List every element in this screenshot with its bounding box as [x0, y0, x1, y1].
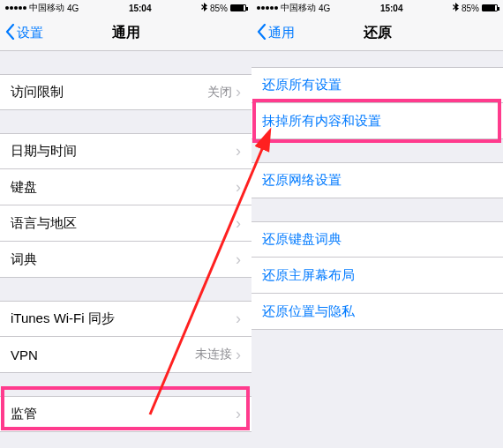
- back-button[interactable]: 通用: [252, 24, 295, 42]
- row-vpn[interactable]: VPN 未连接 ›: [0, 337, 252, 373]
- row-reset-keyboard-dict[interactable]: 还原键盘词典: [252, 221, 503, 258]
- row-label: 访问限制: [11, 84, 207, 101]
- row-itunes-wifi-sync[interactable]: iTunes Wi-Fi 同步 ›: [0, 301, 252, 337]
- chevron-right-icon: ›: [236, 83, 241, 101]
- back-button[interactable]: 设置: [0, 24, 43, 42]
- battery-icon: [482, 4, 498, 11]
- back-label: 设置: [17, 25, 43, 41]
- row-dictionary[interactable]: 词典 ›: [0, 242, 252, 278]
- chevron-right-icon: ›: [236, 178, 241, 197]
- row-label: 还原网络设置: [262, 172, 492, 189]
- chevron-right-icon: ›: [236, 250, 241, 269]
- nav-bar: 设置 通用: [0, 16, 252, 51]
- row-value: 未连接: [195, 347, 232, 362]
- chevron-right-icon: ›: [236, 346, 241, 364]
- battery-icon: [230, 4, 246, 11]
- network-label: 4G: [67, 4, 79, 13]
- row-label: iTunes Wi-Fi 同步: [11, 310, 236, 327]
- bluetooth-icon: [453, 3, 459, 13]
- general-settings-screen: 中国移动 4G 15:04 85% 设置 通用: [0, 0, 252, 448]
- nav-bar: 通用 还原: [252, 16, 503, 51]
- row-label: 词典: [11, 251, 236, 268]
- row-reset-home-layout[interactable]: 还原主屏幕布局: [252, 258, 503, 294]
- carrier-label: 中国移动: [281, 2, 316, 14]
- row-label: 还原位置与隐私: [262, 303, 492, 320]
- row-label: 键盘: [11, 179, 236, 196]
- status-bar: 中国移动 4G 15:04 85%: [0, 0, 252, 16]
- status-time: 15:04: [129, 4, 152, 13]
- reset-settings-screen: 中国移动 4G 15:04 85% 通用 还原: [252, 0, 503, 448]
- row-date-time[interactable]: 日期与时间 ›: [0, 133, 252, 169]
- battery-percent: 85%: [210, 4, 228, 13]
- battery-percent: 85%: [462, 4, 479, 13]
- row-reset-network[interactable]: 还原网络设置: [252, 162, 503, 198]
- chevron-right-icon: ›: [236, 405, 241, 423]
- row-label: 还原所有设置: [262, 77, 492, 93]
- row-label: VPN: [11, 347, 195, 362]
- row-erase-all-content[interactable]: 抹掉所有内容和设置: [252, 103, 503, 139]
- chevron-left-icon: [5, 24, 15, 42]
- chevron-left-icon: [257, 24, 267, 42]
- signal-dots-icon: [257, 6, 278, 10]
- row-label: 抹掉所有内容和设置: [262, 113, 492, 130]
- bluetooth-icon: [201, 3, 207, 13]
- network-label: 4G: [319, 4, 330, 13]
- signal-dots-icon: [5, 6, 26, 10]
- row-supervision[interactable]: 监管 ›: [0, 396, 252, 432]
- row-value: 关闭: [207, 85, 232, 101]
- row-reset-all-settings[interactable]: 还原所有设置: [252, 67, 503, 103]
- status-bar: 中国移动 4G 15:04 85%: [252, 0, 503, 16]
- row-language-region[interactable]: 语言与地区 ›: [0, 205, 252, 242]
- back-label: 通用: [268, 25, 295, 41]
- row-label: 还原主屏幕布局: [262, 267, 492, 284]
- chevron-right-icon: ›: [236, 214, 241, 233]
- chevron-right-icon: ›: [236, 310, 241, 328]
- row-access-restrictions[interactable]: 访问限制 关闭 ›: [0, 74, 252, 110]
- row-label: 监管: [11, 406, 236, 422]
- row-label: 日期与时间: [11, 143, 236, 160]
- row-label: 语言与地区: [11, 215, 236, 232]
- status-time: 15:04: [380, 4, 403, 13]
- carrier-label: 中国移动: [29, 2, 64, 14]
- chevron-right-icon: ›: [236, 142, 241, 161]
- row-reset-location-privacy[interactable]: 还原位置与隐私: [252, 294, 503, 330]
- row-label: 还原键盘词典: [262, 231, 492, 248]
- row-keyboard[interactable]: 键盘 ›: [0, 169, 252, 205]
